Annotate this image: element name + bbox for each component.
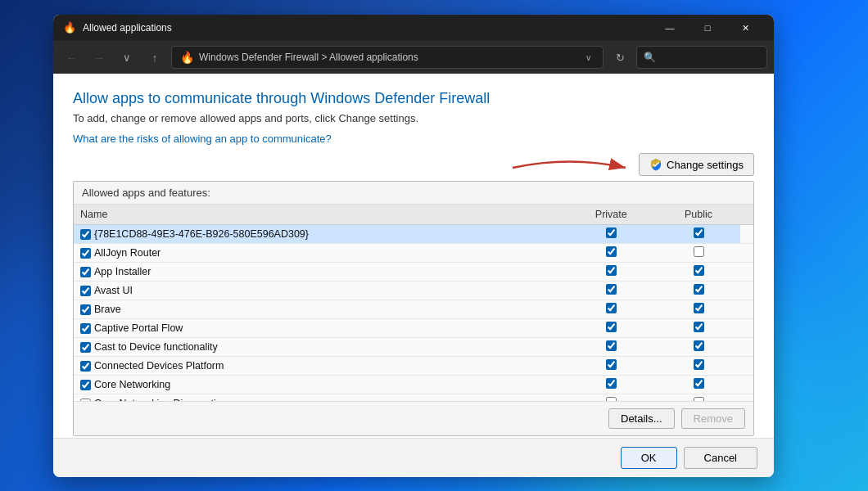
private-checkbox[interactable] (606, 265, 617, 276)
private-cell (565, 376, 657, 394)
public-checkbox[interactable] (694, 397, 704, 401)
private-checkbox[interactable] (606, 227, 617, 238)
table-row[interactable]: Connected Devices Platform (74, 357, 753, 376)
apps-table-body: {78E1CD88-49E3-476E-B926-580E596AD309}Al… (74, 225, 753, 402)
maximize-button[interactable]: □ (689, 15, 726, 41)
app-name-label: AllJoyn Router (94, 247, 160, 259)
panel-header: Allowed apps and features: (74, 182, 753, 205)
app-enable-checkbox[interactable] (80, 304, 91, 315)
public-checkbox[interactable] (694, 284, 704, 295)
app-name-cell: Cast to Device functionality (74, 338, 565, 357)
private-cell (565, 282, 657, 300)
back-button[interactable]: ← (60, 46, 83, 69)
allowed-apps-panel: Allowed apps and features: Name Private … (73, 181, 754, 436)
table-row[interactable]: Core Networking (74, 376, 753, 394)
app-enable-checkbox[interactable] (80, 323, 91, 334)
app-name-cell: App Installer (74, 263, 565, 282)
table-row[interactable]: Core Networking Diagnostics (74, 394, 753, 402)
public-cell (657, 263, 740, 282)
col-name: Name (74, 205, 565, 225)
private-cell (565, 319, 657, 338)
table-row[interactable]: App Installer (74, 263, 753, 282)
public-cell (657, 244, 740, 263)
search-icon: 🔍 (644, 52, 656, 63)
close-button[interactable]: ✕ (726, 15, 764, 41)
app-enable-checkbox[interactable] (80, 229, 91, 240)
app-name-cell: Captive Portal Flow (74, 319, 565, 338)
dropdown-button[interactable]: ∨ (115, 46, 138, 69)
public-checkbox[interactable] (694, 378, 704, 389)
public-cell (657, 357, 740, 376)
app-name-cell: AllJoyn Router (74, 244, 565, 263)
table-row[interactable]: Cast to Device functionality (74, 338, 753, 357)
page-title: Allow apps to communicate through Window… (73, 90, 754, 107)
app-enable-checkbox[interactable] (80, 380, 91, 390)
table-row[interactable]: Brave (74, 300, 753, 319)
forward-button[interactable]: → (88, 46, 111, 69)
private-checkbox[interactable] (606, 284, 617, 295)
up-button[interactable]: ↑ (143, 46, 166, 69)
public-cell (657, 282, 740, 300)
app-enable-checkbox[interactable] (80, 267, 91, 277)
window-title: Allowed applications (83, 22, 651, 34)
cancel-button[interactable]: Cancel (684, 447, 757, 469)
private-cell (565, 394, 657, 402)
app-name-label: Avast UI (94, 285, 133, 296)
breadcrumb-text: Windows Defender Firewall > Allowed appl… (199, 52, 577, 63)
private-cell (565, 263, 657, 282)
private-checkbox[interactable] (606, 322, 617, 332)
table-row[interactable]: Captive Portal Flow (74, 319, 753, 338)
private-checkbox[interactable] (606, 397, 617, 401)
main-window: 🔥 Allowed applications — □ ✕ ← → ∨ ↑ 🔥 W… (53, 15, 774, 477)
apps-table-container[interactable]: Name Private Public {78E1CD88-49E3-476E-… (74, 205, 753, 401)
app-name-cell: Core Networking Diagnostics (74, 394, 565, 402)
public-checkbox[interactable] (694, 359, 704, 370)
app-enable-checkbox[interactable] (80, 361, 91, 372)
app-enable-checkbox[interactable] (80, 248, 91, 259)
public-checkbox[interactable] (694, 265, 704, 276)
app-name-label: {78E1CD88-49E3-476E-B926-580E596AD309} (94, 228, 309, 240)
table-row[interactable]: {78E1CD88-49E3-476E-B926-580E596AD309} (74, 225, 753, 244)
public-cell (657, 300, 740, 319)
table-row[interactable]: Avast UI (74, 282, 753, 300)
ok-button[interactable]: OK (621, 447, 677, 469)
private-cell (565, 357, 657, 376)
public-cell (657, 376, 740, 394)
app-name-label: App Installer (94, 266, 151, 277)
app-enable-checkbox[interactable] (80, 399, 91, 402)
minimize-button[interactable]: — (651, 15, 689, 41)
public-checkbox[interactable] (694, 227, 704, 238)
arrow-pointer (504, 151, 635, 184)
remove-button[interactable]: Remove (681, 408, 745, 429)
app-name-label: Connected Devices Platform (94, 360, 224, 372)
private-checkbox[interactable] (606, 303, 617, 313)
public-checkbox[interactable] (694, 322, 704, 332)
private-checkbox[interactable] (606, 378, 617, 389)
app-name-cell: Core Networking (74, 376, 565, 394)
table-row[interactable]: AllJoyn Router (74, 244, 753, 263)
public-checkbox[interactable] (694, 246, 704, 257)
details-button[interactable]: Details... (608, 408, 675, 429)
app-enable-checkbox[interactable] (80, 342, 91, 353)
allow-another-row: Allow another app... (73, 436, 754, 438)
app-name-label: Core Networking Diagnostics (94, 398, 226, 401)
help-link[interactable]: What are the risks of allowing an app to… (73, 133, 332, 145)
content-area: Allow apps to communicate through Window… (53, 74, 774, 438)
address-dropdown-arrow[interactable]: ∨ (582, 53, 594, 62)
address-field[interactable]: 🔥 Windows Defender Firewall > Allowed ap… (171, 46, 604, 69)
public-cell (657, 394, 740, 402)
app-name-cell: Connected Devices Platform (74, 357, 565, 376)
public-checkbox[interactable] (694, 303, 704, 313)
private-checkbox[interactable] (606, 359, 617, 370)
private-checkbox[interactable] (606, 340, 617, 351)
change-settings-button[interactable]: Change settings (639, 153, 754, 176)
private-checkbox[interactable] (606, 246, 617, 257)
public-checkbox[interactable] (694, 340, 704, 351)
public-cell (657, 225, 740, 244)
refresh-button[interactable]: ↻ (608, 46, 631, 69)
app-enable-checkbox[interactable] (80, 286, 91, 296)
window-controls: — □ ✕ (651, 15, 764, 41)
search-field[interactable]: 🔍 (636, 46, 767, 69)
public-cell (657, 338, 740, 357)
title-bar: 🔥 Allowed applications — □ ✕ (53, 15, 774, 41)
